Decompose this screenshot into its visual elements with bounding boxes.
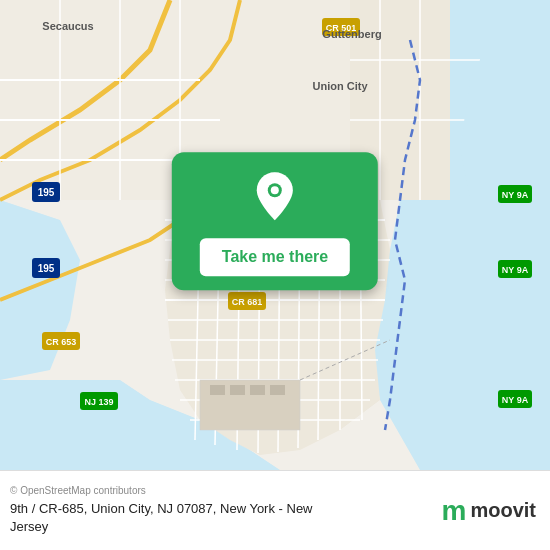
- map-container: 195 195 CR 681 CR 653 NJ 139 CR 501 NY 9…: [0, 0, 550, 470]
- svg-text:NJ 139: NJ 139: [84, 397, 113, 407]
- address-section: © OpenStreetMap contributors 9th / CR-68…: [10, 485, 442, 536]
- copyright-text: © OpenStreetMap contributors: [10, 485, 442, 496]
- svg-text:195: 195: [38, 187, 55, 198]
- svg-text:NY 9A: NY 9A: [502, 395, 529, 405]
- svg-rect-64: [250, 385, 265, 395]
- map-pin-icon: [253, 170, 297, 222]
- address-text: 9th / CR-685, Union City, NJ 07087, New …: [10, 500, 442, 536]
- svg-text:Guttenberg: Guttenberg: [322, 28, 381, 40]
- svg-point-69: [271, 186, 279, 194]
- svg-text:NY 9A: NY 9A: [502, 265, 529, 275]
- moovit-m-letter: m: [442, 497, 467, 525]
- take-me-there-button[interactable]: Take me there: [200, 238, 350, 276]
- svg-text:CR 681: CR 681: [232, 297, 263, 307]
- moovit-logo: m moovit: [442, 497, 536, 525]
- svg-text:195: 195: [38, 263, 55, 274]
- svg-text:NY 9A: NY 9A: [502, 190, 529, 200]
- moovit-brand-name: moovit: [470, 499, 536, 522]
- svg-text:Union City: Union City: [313, 80, 369, 92]
- green-panel: Take me there: [172, 152, 378, 290]
- address-line1: 9th / CR-685, Union City, NJ 07087, New …: [10, 501, 313, 516]
- info-bar: © OpenStreetMap contributors 9th / CR-68…: [0, 470, 550, 550]
- button-overlay: Take me there: [172, 152, 378, 290]
- svg-text:Secaucus: Secaucus: [42, 20, 93, 32]
- address-line2: Jersey: [10, 519, 48, 534]
- svg-rect-62: [210, 385, 225, 395]
- svg-rect-65: [270, 385, 285, 395]
- svg-text:CR 653: CR 653: [46, 337, 77, 347]
- svg-rect-63: [230, 385, 245, 395]
